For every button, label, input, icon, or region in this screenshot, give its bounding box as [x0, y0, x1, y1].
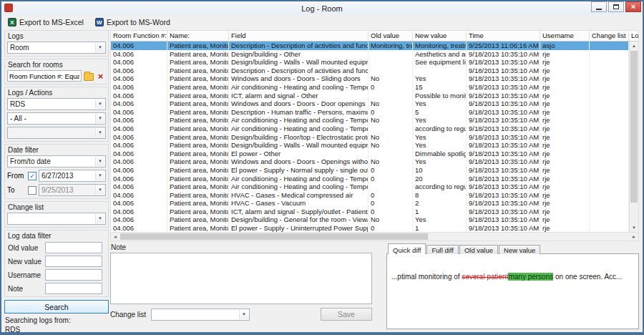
table-cell[interactable]: 9/18/2013 10:35:10 AM — [467, 67, 540, 75]
export-excel-button[interactable]: X Export to MS-Excel — [6, 17, 86, 27]
close-button[interactable]: × — [625, 1, 641, 12]
scroll-right-icon[interactable]: ► — [630, 233, 638, 241]
table-cell[interactable]: 10 — [413, 166, 467, 175]
table-cell[interactable]: 1 — [413, 224, 467, 232]
table-cell[interactable]: Yes — [413, 116, 467, 125]
table-cell[interactable] — [590, 191, 629, 200]
table-cell[interactable]: No — [369, 133, 413, 142]
table-cell[interactable]: Patient area, Monitoring — [167, 191, 229, 200]
table-row[interactable]: 04.006Patient area, MonitoringDesign/bui… — [111, 141, 638, 150]
table-cell[interactable]: 9/18/2013 10:35:10 AM — [467, 191, 540, 200]
table-cell[interactable]: Yes — [413, 133, 467, 142]
table-cell[interactable] — [590, 42, 629, 50]
table-cell[interactable]: Possible to monito... — [413, 92, 467, 100]
table-cell[interactable]: Patient area, Monitoring — [167, 199, 229, 208]
table-cell[interactable]: Monitoring, tre... — [369, 42, 413, 50]
table-cell[interactable]: rje — [540, 208, 590, 216]
table-cell[interactable]: 9/18/2013 10:35:10 AM — [467, 199, 540, 208]
table-cell[interactable]: 04.006 — [111, 191, 167, 200]
table-cell[interactable] — [369, 58, 413, 67]
table-cell[interactable]: 04.006 — [111, 116, 167, 125]
column-header[interactable]: Time — [467, 31, 540, 41]
table-cell[interactable] — [590, 150, 629, 158]
username-filter-input[interactable] — [45, 269, 102, 281]
table-row[interactable]: 04.006Patient area, MonitoringAir condit… — [111, 183, 638, 191]
table-cell[interactable]: 9/18/2013 10:35:10 AM — [467, 116, 540, 125]
table-cell[interactable]: 9/18/2013 10:35:10 AM — [467, 99, 540, 108]
table-row[interactable]: 04.006Patient area, MonitoringICT, alarm… — [111, 208, 638, 216]
table-cell[interactable]: 04.006 — [111, 183, 167, 191]
table-cell[interactable]: rje — [540, 224, 590, 232]
table-cell[interactable]: rje — [540, 67, 590, 75]
table-cell[interactable]: Patient area, Monitoring — [167, 83, 229, 92]
from-checkbox[interactable]: ✓ — [28, 172, 36, 180]
table-row[interactable]: 04.006Patient area, MonitoringDescriptio… — [111, 108, 638, 117]
scroll-left-icon[interactable]: ◄ — [111, 233, 119, 241]
table-cell[interactable]: rje — [540, 58, 590, 67]
table-cell[interactable]: rje — [540, 74, 590, 83]
minimize-button[interactable] — [591, 1, 607, 12]
maximize-button[interactable] — [608, 1, 624, 12]
table-cell[interactable]: rje — [540, 108, 590, 117]
table-cell[interactable] — [590, 92, 629, 100]
table-cell[interactable]: rje — [540, 199, 590, 208]
note-textarea[interactable] — [110, 253, 372, 304]
table-cell[interactable]: Patient area, Monitoring — [167, 108, 229, 117]
table-cell[interactable]: rje — [540, 150, 590, 158]
table-cell[interactable] — [369, 67, 413, 75]
table-cell[interactable] — [590, 67, 629, 75]
tab-quick-diff[interactable]: Quick diff — [388, 243, 426, 254]
table-cell[interactable]: Patient area, Monitoring — [167, 175, 229, 183]
table-cell[interactable]: Yes — [413, 215, 467, 224]
from-date-picker[interactable]: 6/27/2013 ▼ — [39, 170, 106, 182]
table-cell[interactable]: 04.006 — [111, 108, 167, 117]
table-cell[interactable] — [590, 183, 629, 191]
table-row[interactable]: 04.006Patient area, MonitoringICT, alarm… — [111, 92, 638, 100]
table-cell[interactable]: ICT, alarm and signal - Other — [229, 92, 369, 100]
table-cell[interactable] — [369, 125, 413, 133]
table-row[interactable]: 04.006Patient area, MonitoringDesign/bui… — [111, 50, 638, 59]
table-cell[interactable]: rje — [540, 215, 590, 224]
table-cell[interactable]: 9/18/2013 10:35:10 AM — [467, 50, 540, 59]
table-cell[interactable]: Design/building - General for the room -… — [229, 215, 369, 224]
table-cell[interactable]: Patient area, Monitoring — [167, 224, 229, 232]
table-cell[interactable]: No — [369, 116, 413, 125]
table-cell[interactable]: 9/18/2013 10:35:10 AM — [467, 183, 540, 191]
table-cell[interactable]: 9/18/2013 10:35:10 AM — [467, 175, 540, 183]
table-cell[interactable]: El power - Supply - Uninterrupted Power … — [229, 224, 369, 232]
table-cell[interactable]: 1 — [413, 208, 467, 216]
table-cell[interactable]: rje — [540, 166, 590, 175]
table-cell[interactable]: Windows and doors - Doors - Openings wit… — [229, 157, 369, 166]
table-cell[interactable]: Aesthetics and ac... — [413, 50, 467, 59]
table-cell[interactable]: Windows and doors - Doors - Door opening… — [229, 99, 369, 108]
table-cell[interactable]: Design/building - Other — [229, 50, 369, 59]
table-cell[interactable]: See equipment list — [413, 58, 467, 67]
table-row[interactable]: 04.006Patient area, MonitoringHVAC - Gas… — [111, 199, 638, 208]
table-cell[interactable]: 0 — [369, 175, 413, 183]
old-value-filter-input[interactable] — [45, 242, 102, 253]
table-cell[interactable]: 04.006 — [111, 67, 167, 75]
table-cell[interactable]: rje — [540, 157, 590, 166]
table-cell[interactable]: Patient area, Monitoring — [167, 150, 229, 158]
table-cell[interactable]: No — [369, 74, 413, 83]
table-cell[interactable] — [369, 50, 413, 59]
table-cell[interactable]: 04.006 — [111, 166, 167, 175]
table-cell[interactable]: Yes — [413, 74, 467, 83]
table-cell[interactable]: Design/building - Walls - Wall mounted e… — [229, 58, 369, 67]
table-cell[interactable]: No — [369, 99, 413, 108]
table-cell[interactable]: 04.006 — [111, 133, 167, 142]
table-cell[interactable]: 04.006 — [111, 157, 167, 166]
table-cell[interactable]: rje — [540, 116, 590, 125]
tab-old-value[interactable]: Old value — [459, 245, 498, 254]
table-cell[interactable]: Monitoring, treatm... — [413, 42, 467, 50]
table-cell[interactable]: Air conditioning - Heating and cooling -… — [229, 83, 369, 92]
table-cell[interactable]: 04.006 — [111, 224, 167, 232]
horizontal-scroll-thumb[interactable] — [120, 233, 428, 240]
table-cell[interactable]: Air conditioning - Heating and cooling -… — [229, 175, 369, 183]
table-cell[interactable] — [369, 183, 413, 191]
table-cell[interactable]: 04.006 — [111, 50, 167, 59]
table-cell[interactable]: rje — [540, 175, 590, 183]
table-cell[interactable]: 04.006 — [111, 199, 167, 208]
table-cell[interactable]: El power - Other — [229, 150, 369, 158]
column-header[interactable]: Room Function #: — [111, 31, 167, 41]
